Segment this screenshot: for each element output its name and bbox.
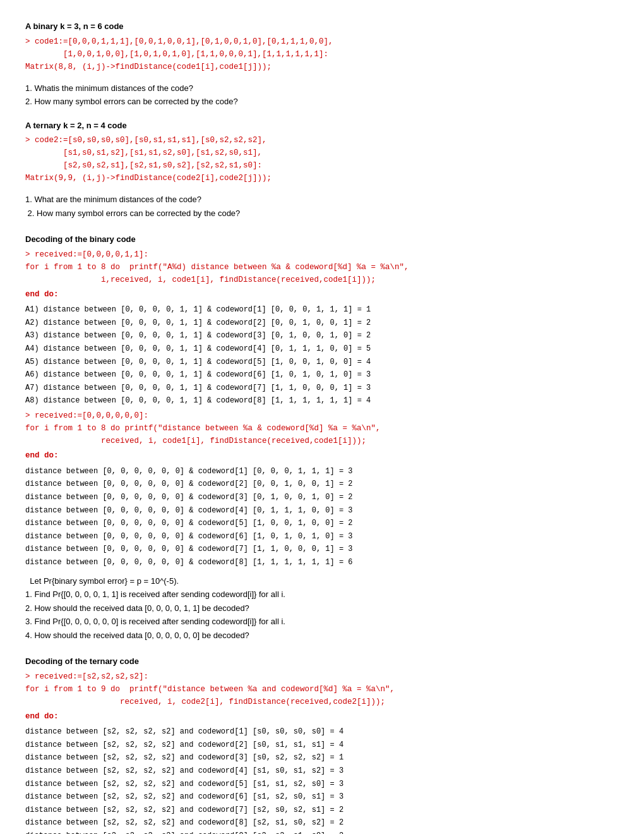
ternary-out1: distance between [s2, s2, s2, s2] and co… [25,726,619,738]
ternary-header: A ternary k = 2, n = 4 code [25,119,619,132]
output-b1: distance between [0, 0, 0, 0, 0, 0] & co… [25,466,619,478]
binary-note2: 1. Find Pr{[0, 0, 0, 0, 1, 1] is receive… [25,588,619,601]
output-a1: A1) distance between [0, 0, 0, 0, 1, 1] … [25,304,619,316]
decoding-ternary-header: Decoding of the ternary code [25,655,619,668]
code-line: for i from 1 to 8 do printf("A%d) distan… [25,263,409,272]
code-line: > received:=[0,0,0,0,1,1]: [25,250,148,259]
received-code1: > received:=[0,0,0,0,1,1]: for i from 1 … [25,248,619,286]
ternary-intro-section: A ternary k = 2, n = 4 code > code2:=[s0… [25,119,619,220]
code-line: [s2,s0,s2,s1],[s2,s1,s0,s2],[s2,s2,s1,s0… [25,161,262,170]
output-a8: A8) distance between [0, 0, 0, 0, 1, 1] … [25,395,619,407]
binary-header: A binary k = 3, n = 6 code [25,20,619,33]
output-b7: distance between [0, 0, 0, 0, 0, 0] & co… [25,543,619,555]
binary-code1: > code1:=[0,0,0,1,1,1],[0,0,1,0,0,1],[0,… [25,35,619,73]
binary-intro-section: A binary k = 3, n = 6 code > code1:=[0,0… [25,20,619,108]
ternary-out2: distance between [s2, s2, s2, s2] and co… [25,739,619,751]
ternary-out7: distance between [s2, s2, s2, s2] and co… [25,804,619,816]
binary-note1: Let Pr{binary symbol error} = p = 10^(-5… [25,575,619,588]
decoding-binary-section: Decoding of the binary code > received:=… [25,233,619,641]
binary-q1: 1. Whatis the minimum distances of the c… [25,82,619,95]
ternary-received-code: > received:=[s2,s2,s2,s2]: for i from 1 … [25,670,619,708]
code-line: Matrix(8,8, (i,j)->findDistance(code1[i]… [25,63,271,71]
end-do-1: end do: [25,289,619,301]
code-line: > received:=[0,0,0,0,0,0]: [25,411,148,420]
code-line: > received:=[s2,s2,s2,s2]: [25,672,148,681]
binary-note4: 3. Find Pr{[0, 0, 0, 0, 0, 0] is receive… [25,615,619,628]
binary-note3: 2. How should the received data [0, 0, 0… [25,602,619,615]
page-content: A binary k = 3, n = 6 code > code1:=[0,0… [25,20,619,834]
output-b4: distance between [0, 0, 0, 0, 0, 0] & co… [25,505,619,517]
output-b3: distance between [0, 0, 0, 0, 0, 0] & co… [25,492,619,504]
output-b2: distance between [0, 0, 0, 0, 0, 0] & co… [25,478,619,490]
output-a4: A4) distance between [0, 0, 0, 0, 1, 1] … [25,343,619,355]
code-line: [1,0,0,1,0,0],[1,0,1,0,1,0],[1,1,0,0,0,1… [25,50,328,59]
code-line: > code1:=[0,0,0,1,1,1],[0,0,1,0,0,1],[0,… [25,37,333,46]
output-a5: A5) distance between [0, 0, 0, 0, 1, 1] … [25,356,619,368]
code-line: Matrix(9,9, (i,j)->findDistance(code2[i]… [25,174,271,183]
ternary-out6: distance between [s2, s2, s2, s2] and co… [25,791,619,803]
code-line: i,received, i, code1[i], findDistance(re… [25,275,376,284]
output-b5: distance between [0, 0, 0, 0, 0, 0] & co… [25,517,619,529]
received-code2: > received:=[0,0,0,0,0,0]: for i from 1 … [25,409,619,447]
ternary-code2: > code2:=[s0,s0,s0,s0],[s0,s1,s1,s1],[s0… [25,134,619,184]
output-b6: distance between [0, 0, 0, 0, 0, 0] & co… [25,531,619,543]
ternary-out5: distance between [s2, s2, s2, s2] and co… [25,778,619,790]
output-a2: A2) distance between [0, 0, 0, 0, 1, 1] … [25,317,619,329]
ternary-q1: 1. What are the minimum distances of the… [25,193,619,206]
end-do-2: end do: [25,450,619,462]
ternary-out3: distance between [s2, s2, s2, s2] and co… [25,752,619,764]
ternary-out4: distance between [s2, s2, s2, s2] and co… [25,765,619,777]
code-line: received, i, code1[i], findDistance(rece… [25,437,366,445]
decoding-binary-header: Decoding of the binary code [25,233,619,246]
binary-note5: 4. How should the received data [0, 0, 0… [25,629,619,642]
ternary-out8: distance between [s2, s2, s2, s2] and co… [25,817,619,829]
output-b8: distance between [0, 0, 0, 0, 0, 0] & co… [25,557,619,569]
code-line: > code2:=[s0,s0,s0,s0],[s0,s1,s1,s1],[s0… [25,136,267,145]
ternary-q2: 2. How many symbol errors can be correct… [25,207,619,220]
output-a3: A3) distance between [0, 0, 0, 0, 1, 1] … [25,330,619,342]
code-line: [s1,s0,s1,s2],[s1,s1,s2,s0],[s1,s2,s0,s1… [25,148,262,157]
output-a7: A7) distance between [0, 0, 0, 0, 1, 1] … [25,382,619,394]
code-line: for i from 1 to 8 do printf("distance be… [25,424,381,433]
decoding-ternary-section: Decoding of the ternary code > received:… [25,655,619,834]
end-do-3: end do: [25,711,619,723]
code-line: received, i, code2[i], findDistance(rece… [25,698,385,706]
ternary-out9: distance between [s2, s2, s2, s2] and co… [25,830,619,834]
output-a6: A6) distance between [0, 0, 0, 0, 1, 1] … [25,369,619,381]
binary-q2: 2. How many symbol errors can be correct… [25,95,619,108]
code-line: for i from 1 to 9 do printf("distance be… [25,685,395,694]
